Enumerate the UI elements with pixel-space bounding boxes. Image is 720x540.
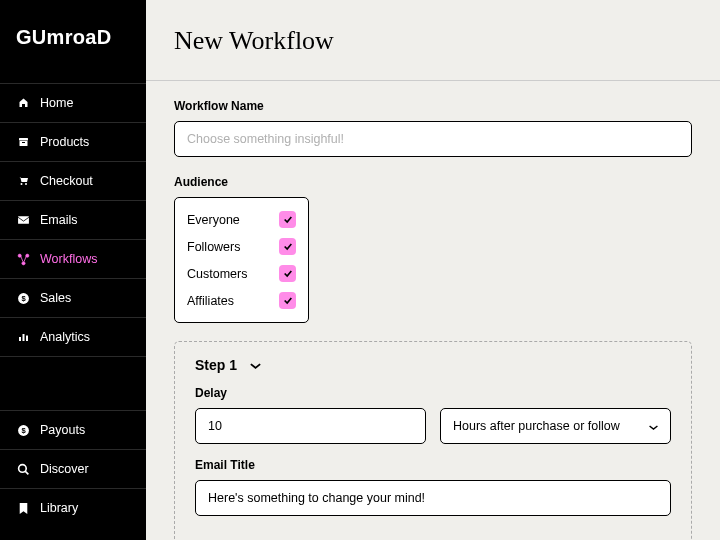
audience-option-label: Affiliates <box>187 294 234 308</box>
sidebar-item-discover[interactable]: Discover <box>0 449 146 488</box>
sidebar-item-label: Checkout <box>40 174 93 188</box>
audience-box: Everyone Followers Customers Affiliates <box>174 197 309 323</box>
sidebar-item-label: Emails <box>40 213 78 227</box>
content: Workflow Name Audience Everyone Follower… <box>146 81 720 540</box>
step-title: Step 1 <box>195 357 237 373</box>
audience-label: Audience <box>174 175 692 189</box>
sidebar-item-workflows[interactable]: Workflows <box>0 239 146 278</box>
archive-icon <box>16 135 30 149</box>
email-title-input[interactable] <box>195 480 671 516</box>
audience-row-everyone: Everyone <box>187 206 296 233</box>
svg-point-14 <box>18 464 26 472</box>
audience-row-customers: Customers <box>187 260 296 287</box>
step-header: Step 1 <box>195 356 671 374</box>
chart-icon <box>16 330 30 344</box>
workflow-name-section: Workflow Name <box>174 99 692 157</box>
workflow-name-input[interactable] <box>174 121 692 157</box>
svg-rect-2 <box>22 142 25 143</box>
sidebar-item-checkout[interactable]: Checkout <box>0 161 146 200</box>
sidebar-item-analytics[interactable]: Analytics <box>0 317 146 356</box>
sidebar: GUmroaD Home Products Checkout Emails Wo… <box>0 0 146 540</box>
audience-option-label: Customers <box>187 267 247 281</box>
main: New Workflow Workflow Name Audience Ever… <box>146 0 720 540</box>
svg-rect-11 <box>26 336 28 342</box>
sidebar-item-label: Sales <box>40 291 71 305</box>
audience-section: Audience Everyone Followers Customers Af… <box>174 175 692 323</box>
delay-row <box>195 408 671 444</box>
sidebar-item-label: Discover <box>40 462 89 476</box>
nav: Home Products Checkout Emails Workflows … <box>0 83 146 527</box>
delay-value-input[interactable] <box>195 408 426 444</box>
delay-label: Delay <box>195 386 671 400</box>
header: New Workflow <box>146 0 720 80</box>
sidebar-item-label: Home <box>40 96 73 110</box>
sidebar-item-library[interactable]: Library <box>0 488 146 527</box>
audience-option-label: Everyone <box>187 213 240 227</box>
svg-rect-10 <box>22 334 24 341</box>
payout-icon: $ <box>16 423 30 437</box>
sidebar-item-label: Payouts <box>40 423 85 437</box>
audience-option-label: Followers <box>187 240 241 254</box>
nav-spacer <box>0 356 146 410</box>
home-icon <box>16 96 30 110</box>
page-title: New Workflow <box>174 26 692 56</box>
checkbox-affiliates[interactable] <box>279 292 296 309</box>
cart-icon <box>16 174 30 188</box>
sidebar-item-label: Library <box>40 501 78 515</box>
checkbox-customers[interactable] <box>279 265 296 282</box>
svg-line-15 <box>25 471 28 474</box>
audience-row-followers: Followers <box>187 233 296 260</box>
svg-point-6 <box>21 261 24 264</box>
delay-unit-select[interactable] <box>440 408 671 444</box>
logo: GUmroaD <box>0 0 146 83</box>
sidebar-item-products[interactable]: Products <box>0 122 146 161</box>
audience-row-affiliates: Affiliates <box>187 287 296 314</box>
workflow-icon <box>16 252 30 266</box>
sidebar-item-label: Analytics <box>40 330 90 344</box>
chevron-down-icon[interactable] <box>249 356 262 374</box>
sidebar-item-label: Products <box>40 135 89 149</box>
bookmark-icon <box>16 501 30 515</box>
checkbox-everyone[interactable] <box>279 211 296 228</box>
search-icon <box>16 462 30 476</box>
checkbox-followers[interactable] <box>279 238 296 255</box>
sidebar-item-home[interactable]: Home <box>0 83 146 122</box>
sidebar-item-label: Workflows <box>40 252 97 266</box>
email-title-section: Email Title <box>195 458 671 516</box>
workflow-name-label: Workflow Name <box>174 99 692 113</box>
step-box: Step 1 Delay Ema <box>174 341 692 540</box>
email-title-label: Email Title <box>195 458 671 472</box>
delay-section: Delay <box>195 386 671 444</box>
dollar-icon: $ <box>16 291 30 305</box>
sidebar-item-payouts[interactable]: $ Payouts <box>0 410 146 449</box>
mail-icon <box>16 213 30 227</box>
sidebar-item-emails[interactable]: Emails <box>0 200 146 239</box>
svg-rect-3 <box>18 216 29 224</box>
svg-rect-9 <box>19 337 21 341</box>
sidebar-item-sales[interactable]: $ Sales <box>0 278 146 317</box>
svg-rect-1 <box>19 141 27 146</box>
svg-rect-0 <box>19 138 28 141</box>
